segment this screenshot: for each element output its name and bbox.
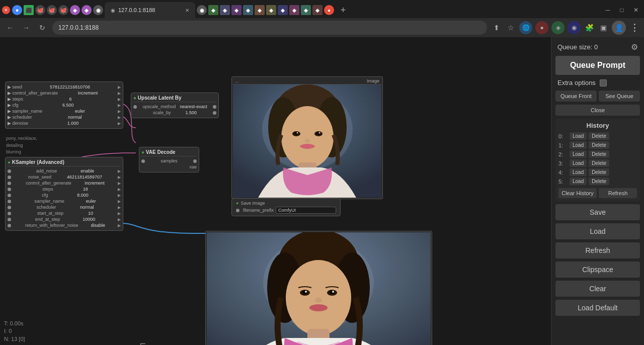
left-label-3: blurring (6, 149, 37, 156)
clipspace-button[interactable]: Clipspace (555, 262, 640, 278)
share-icon[interactable]: ⬆ (491, 22, 502, 33)
browser-chrome: ✕ ● ⬛ 🐙 🐙 🐙 ◈ ◈ ◉ ◉ 127.0.0.1:8188 ✕ ◉ ◈… (0, 0, 644, 37)
preview-image-top (233, 84, 381, 198)
history-delete-3[interactable]: Delete (589, 159, 609, 167)
history-item-1: 1: Load Delete (558, 141, 637, 149)
preview-container-bottom (205, 231, 432, 345)
chrome-icon: ● (12, 5, 22, 15)
tab-favicon-15[interactable]: ◈ (278, 5, 288, 15)
tab-favicon-1[interactable]: ⬛ (24, 5, 34, 15)
history-delete-0[interactable]: Delete (589, 132, 609, 140)
tab-favicon-12[interactable]: ◈ (243, 5, 253, 15)
history-load-4[interactable]: Load (570, 168, 587, 176)
toolbar-icons: ⬆ ☆ 🌐 ● ◈ ◉ 🧩 ▣ 👤 ⋮ (491, 21, 640, 35)
tab-favicon-16[interactable]: ◈ (289, 5, 299, 15)
tab-favicon-8[interactable]: ◉ (197, 5, 207, 15)
maximize-btn[interactable]: □ (616, 4, 628, 16)
extension-icon-3[interactable]: ◈ (551, 21, 565, 34)
tab-favicon-17[interactable]: ◈ (301, 5, 311, 15)
history-delete-4[interactable]: Delete (589, 168, 609, 176)
tab-favicon-9[interactable]: ◈ (208, 5, 218, 15)
back-btn[interactable]: ← (4, 22, 16, 34)
tab-favicon-5[interactable]: ◈ (70, 5, 80, 15)
left-label-2: detailing (6, 142, 37, 149)
load-button[interactable]: Load (555, 223, 640, 239)
tab-favicon-10[interactable]: ◈ (220, 5, 230, 15)
history-list: 0: Load Delete 1: Load Delete 2: Load De… (558, 132, 637, 185)
svg-point-12 (305, 139, 310, 143)
settings-icon[interactable]: ⚙ (631, 42, 638, 52)
refresh-button[interactable]: Refresh (555, 242, 640, 258)
upscale-latent-node: ● Upscale Latent By upscale_method neare… (131, 93, 219, 118)
history-load-5[interactable]: Load (570, 178, 587, 185)
tab-title: 127.0.0.1:8188 (118, 7, 155, 13)
new-tab-btn[interactable]: + (337, 4, 349, 16)
see-queue-button[interactable]: See Queue (599, 91, 640, 102)
close-window-btn[interactable]: ✕ (630, 4, 642, 16)
history-refresh-button[interactable]: Refresh (599, 188, 637, 198)
extension-icon-1[interactable]: 🌐 (519, 21, 532, 34)
browser-tab-icons: ● ⬛ 🐙 🐙 🐙 ◈ ◈ ◉ ◉ 127.0.0.1:8188 ✕ ◉ ◈ ◈… (12, 2, 334, 18)
clear-history-button[interactable]: Clear History (558, 188, 597, 198)
tab-favicon-3[interactable]: 🐙 (47, 5, 57, 15)
save-button[interactable]: Save (555, 204, 640, 220)
history-item-4: 4: Load Delete (558, 168, 637, 176)
history-load-3[interactable]: Load (570, 159, 587, 167)
reload-btn[interactable]: ↻ (36, 22, 48, 34)
load-default-button[interactable]: Load Default (555, 300, 640, 316)
sidebar: Queue size: 0 ⚙ Queue Prompt Extra optio… (551, 37, 644, 345)
tab-favicon-14[interactable]: ◈ (266, 5, 276, 15)
tab-favicon-19[interactable]: ● (324, 5, 334, 15)
queue-prompt-button[interactable]: Queue Prompt (555, 56, 640, 75)
minimize-btn[interactable]: ─ (602, 4, 614, 16)
history-delete-1[interactable]: Delete (589, 141, 609, 149)
tab-close-btn[interactable]: ✕ (2, 6, 10, 14)
tab-favicon-7[interactable]: ◉ (93, 5, 103, 15)
main-area: ▶ seed 5781221216810706 ▶ ▶ control_afte… (0, 37, 644, 345)
history-item-5: 5: Load Delete (558, 178, 637, 185)
tab-favicon-4[interactable]: 🐙 (58, 5, 68, 15)
menu-btn[interactable]: ⋮ (629, 22, 640, 33)
tab-favicon-18[interactable]: ◈ (312, 5, 323, 15)
svg-point-10 (297, 132, 298, 134)
selection-bracket: ⌐ (140, 338, 146, 345)
history-delete-5[interactable]: Delete (589, 178, 609, 185)
history-load-2[interactable]: Load (570, 150, 587, 158)
history-load-0[interactable]: Load (570, 132, 587, 140)
active-tab[interactable]: ◉ 127.0.0.1:8188 ✕ (105, 2, 195, 18)
svg-point-27 (315, 298, 322, 303)
history-load-1[interactable]: Load (570, 141, 587, 149)
address-bar: ← → ↻ 127.0.0.1:8188 ⬆ ☆ 🌐 ● ◈ ◉ 🧩 ▣ 👤 ⋮ (0, 18, 644, 37)
extension-icon-4[interactable]: ◉ (568, 21, 581, 34)
history-controls: Clear History Refresh (558, 188, 637, 198)
history-delete-2[interactable]: Delete (589, 150, 609, 158)
ksampler-node: ● KSampler (Advanced) add_noise enable ▶… (5, 157, 123, 231)
extra-options-checkbox[interactable] (600, 79, 607, 87)
queue-front-button[interactable]: Queue Front (555, 91, 597, 102)
left-label-1: pony, necklace, (6, 135, 37, 142)
tab-favicon-11[interactable]: ◈ (231, 5, 242, 15)
url-bar[interactable]: 127.0.0.1:8188 (52, 21, 487, 35)
save-image-node: ● Save Image filename_prefix (231, 198, 341, 216)
node-editor[interactable]: ▶ seed 5781221216810706 ▶ ▶ control_afte… (0, 37, 551, 345)
history-item-0: 0: Load Delete (558, 132, 637, 140)
vae-decode-node: ● VAE Decode samples vae (139, 147, 199, 172)
basic-node: ▶ seed 5781221216810706 ▶ ▶ control_afte… (5, 81, 123, 129)
tab-favicon-13[interactable]: ◈ (255, 5, 265, 15)
extensions-btn[interactable]: 🧩 (584, 22, 595, 33)
close-button[interactable]: Close (555, 105, 640, 116)
svg-point-26 (332, 291, 334, 293)
layout-icon[interactable]: ▣ (598, 22, 609, 33)
tab-favicon-2[interactable]: 🐙 (35, 5, 45, 15)
preview-container-top: ... Image (231, 76, 383, 199)
bookmark-icon[interactable]: ☆ (505, 22, 516, 33)
filename-input[interactable] (276, 207, 336, 214)
clear-button[interactable]: Clear (555, 281, 640, 297)
svg-point-28 (309, 304, 328, 311)
tab-favicon-6[interactable]: ◈ (82, 5, 92, 15)
preview-label-top: ... (235, 78, 239, 83)
profile-btn[interactable]: 👤 (612, 21, 626, 35)
extension-icon-2[interactable]: ● (535, 21, 548, 34)
forward-btn[interactable]: → (20, 22, 32, 34)
tab-bar: ✕ ● ⬛ 🐙 🐙 🐙 ◈ ◈ ◉ ◉ 127.0.0.1:8188 ✕ ◉ ◈… (0, 0, 644, 18)
